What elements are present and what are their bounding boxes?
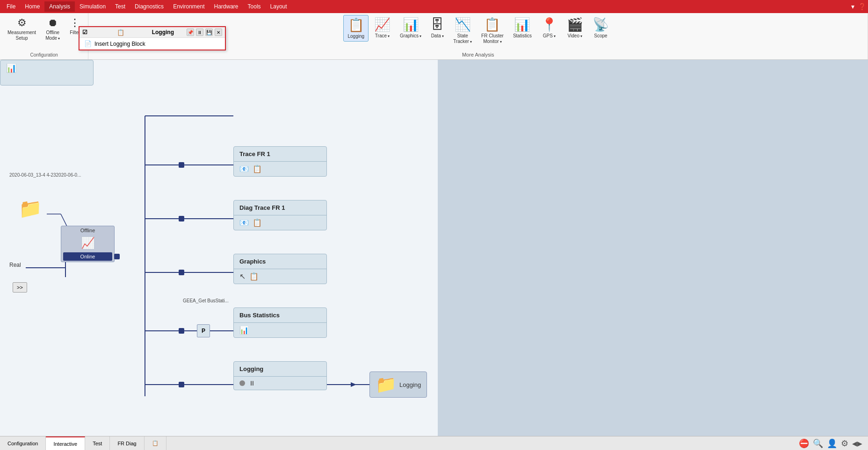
bottom-right-icon3[interactable]: 👤 [827, 438, 837, 449]
graphics-table-icon[interactable]: 📋 [249, 272, 259, 281]
diag-trace-table-icon[interactable]: 📋 [253, 218, 262, 227]
graphics-label: Graphics [400, 33, 421, 39]
geea-label: GEEA_Get BusStati... [183, 298, 229, 303]
top-block-table-icon[interactable]: 📊 [6, 64, 16, 73]
arrow-btn[interactable]: >> [13, 282, 27, 293]
ribbon-group-configuration: ⚙ MeasurementSetup ⏺ OfflineMode ⋮ Filte… [0, 13, 88, 59]
logging-output-label: Logging [399, 381, 421, 388]
ribbon-collapse-btn[interactable]: ▾ [851, 3, 854, 10]
logging-icon: 📋 [348, 17, 364, 33]
top-block: 📊 [0, 60, 94, 86]
logging-label: Logging [347, 34, 364, 39]
measurement-setup-icon: ⚙ [17, 17, 27, 29]
menu-test[interactable]: Test [110, 1, 130, 12]
chart-line-icon: 📈 [81, 236, 95, 250]
logging-record-dot[interactable] [239, 380, 245, 386]
trace-fr1-table-icon[interactable]: 📋 [253, 164, 262, 173]
offline-mode-btn[interactable]: ⏺ OfflineMode [42, 15, 64, 43]
video-icon: 🎬 [567, 17, 583, 32]
state-tracker-label: StateTracker [453, 33, 472, 44]
insert-logging-block-item[interactable]: 📄 Insert Logging Block [80, 38, 225, 50]
folder-icon-topleft[interactable]: 📁 [19, 198, 42, 220]
logging-toolbar-checkbox[interactable]: ☑ [82, 29, 115, 36]
logging-toolbar-close[interactable]: ✕ [215, 29, 222, 36]
tab-configuration[interactable]: Configuration [0, 436, 46, 450]
graphics-card: Graphics ↖ 📋 [233, 254, 327, 284]
p-button[interactable]: P [197, 324, 210, 337]
logging-btn[interactable]: 📋 Logging [343, 15, 369, 42]
logging-toolbar-pin[interactable]: 📌 [187, 29, 194, 36]
fr-cluster-monitor-btn[interactable]: 📋 FR ClusterMonitor [477, 15, 507, 46]
gps-btn[interactable]: 📍 GPS [537, 15, 561, 41]
right-panel [438, 60, 868, 436]
logging-toolbar-save[interactable]: 💾 [205, 29, 213, 36]
gps-label: GPS [543, 33, 556, 39]
statistics-icon: 📊 [514, 17, 530, 32]
measurement-setup-label: MeasurementSetup [7, 30, 36, 41]
more-analysis-label[interactable]: More Analysis [456, 52, 499, 57]
trace-fr1-title: Trace FR 1 [234, 147, 326, 162]
tab-icon[interactable]: 📋 [145, 436, 166, 450]
graphics-title: Graphics [234, 254, 326, 269]
tab-fr-diag[interactable]: FR Diag [110, 436, 144, 450]
insert-logging-block-label: Insert Logging Block [94, 41, 145, 47]
menu-home[interactable]: Home [20, 1, 44, 12]
scope-label: Scope [594, 33, 607, 39]
menu-layout[interactable]: Layout [266, 1, 292, 12]
menu-diagnostics[interactable]: Diagnostics [130, 1, 168, 12]
menu-tools[interactable]: Tools [243, 1, 266, 12]
menu-analysis[interactable]: Analysis [44, 1, 75, 12]
tab-test[interactable]: Test [85, 436, 110, 450]
mode-box: Offline 📈 Online [61, 226, 115, 262]
logging-output: 📁 Logging [369, 371, 427, 398]
diag-trace-fr1-card: Diag Trace FR 1 📧 📋 [233, 200, 327, 230]
help-btn[interactable]: ❓ [858, 3, 866, 10]
data-btn[interactable]: 🗄 Data [427, 15, 448, 41]
measurement-setup-btn[interactable]: ⚙ MeasurementSetup [4, 15, 40, 43]
diag-trace-fr1-title: Diag Trace FR 1 [234, 200, 326, 215]
menu-simulation[interactable]: Simulation [75, 1, 110, 12]
menu-file[interactable]: File [2, 1, 20, 12]
scope-btn[interactable]: 📡 Scope [589, 15, 613, 41]
logging-folder-icon: 📁 [376, 375, 397, 394]
trace-btn[interactable]: 📈 Trace [370, 15, 394, 41]
bus-statistics-card: Bus Statistics 📊 [233, 307, 327, 338]
video-btn[interactable]: 🎬 Video [563, 15, 587, 41]
connector-dot-logging [179, 382, 184, 387]
menu-environment[interactable]: Environment [168, 1, 209, 12]
logging-pause-btn[interactable]: ⏸ [249, 379, 255, 387]
video-label: Video [568, 33, 583, 39]
bottom-right-icon4[interactable]: ⚙ [841, 438, 848, 449]
statistics-btn[interactable]: 📊 Statistics [509, 15, 535, 41]
trace-fr1-icons: 📧 📋 [234, 162, 326, 176]
connector-dot-diag [179, 216, 184, 221]
bottom-right-icon2[interactable]: 🔍 [813, 438, 823, 449]
logging-card: Logging ⏸ [233, 361, 327, 390]
logging-card-title: Logging [234, 362, 326, 377]
connector-dot-trace [179, 162, 184, 168]
logging-dropdown: ☑ 📋 Logging 📌 ⏸ 💾 ✕ 📄 Insert Logging Blo… [79, 26, 226, 50]
diag-trace-env-icon[interactable]: 📧 [239, 218, 249, 227]
graphics-btn[interactable]: 📊 Graphics [396, 15, 425, 41]
data-icon: 🗄 [431, 17, 444, 32]
graphics-cursor-icon[interactable]: ↖ [239, 272, 246, 281]
tab-interactive[interactable]: Interactive [46, 436, 85, 450]
offline-label: Offline [61, 226, 114, 235]
fr-cluster-label: FR ClusterMonitor [481, 33, 504, 44]
menu-hardware[interactable]: Hardware [210, 1, 243, 12]
diag-trace-fr1-icons: 📧 📋 [234, 215, 326, 230]
bottom-right-icon1[interactable]: ⛔ [799, 438, 809, 449]
menu-bar: File Home Analysis Simulation Test Diagn… [0, 0, 868, 13]
online-btn[interactable]: Online [63, 252, 112, 261]
state-tracker-btn[interactable]: 📉 StateTracker [449, 15, 476, 46]
bottom-right-icon5[interactable]: ◀▶ [852, 440, 862, 447]
bus-statistics-table-icon[interactable]: 📊 [239, 326, 249, 335]
logging-toolbar-title: Logging [152, 29, 185, 36]
scope-icon: 📡 [593, 17, 609, 32]
real-label: Real [9, 262, 21, 268]
trace-fr1-env-icon[interactable]: 📧 [239, 164, 249, 173]
logging-toolbar-pause[interactable]: ⏸ [196, 29, 203, 36]
bus-statistics-title: Bus Statistics [234, 308, 326, 323]
state-tracker-icon: 📉 [455, 17, 471, 32]
graphics-icons: ↖ 📋 [234, 269, 326, 284]
